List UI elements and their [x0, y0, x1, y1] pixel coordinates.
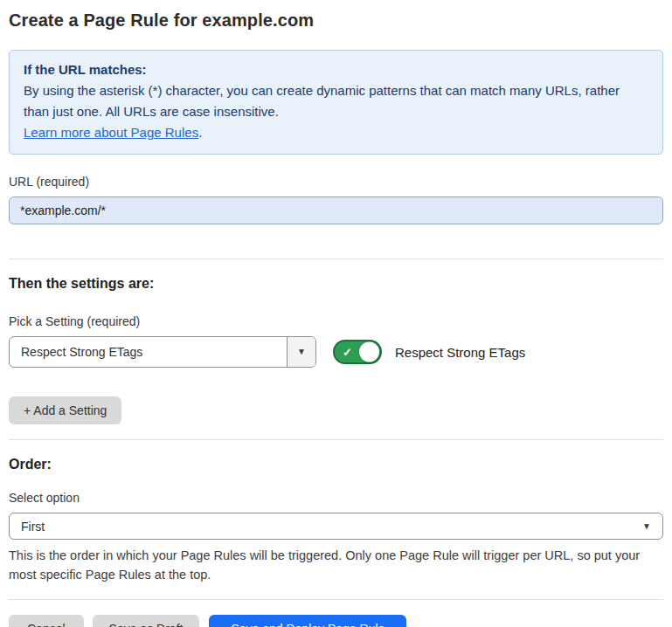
- setting-dropdown-arrow-button[interactable]: ▼: [287, 337, 315, 367]
- link-suffix: .: [198, 125, 202, 140]
- order-section-heading: Order:: [9, 457, 663, 472]
- setting-dropdown[interactable]: Respect Strong ETags ▼: [9, 336, 316, 368]
- url-input[interactable]: [9, 196, 663, 224]
- chevron-down-icon: ▼: [642, 522, 651, 531]
- footer-actions: Cancel Save as Draft Save and Deploy Pag…: [9, 615, 663, 627]
- order-help-text: This is the order in which your Page Rul…: [9, 546, 663, 584]
- check-icon: ✓: [343, 347, 352, 358]
- create-page-rule-panel: Create a Page Rule for example.com If th…: [0, 0, 672, 627]
- setting-dropdown-value: Respect Strong ETags: [10, 337, 287, 367]
- save-as-draft-button[interactable]: Save as Draft: [93, 615, 200, 627]
- etags-toggle[interactable]: ✓: [333, 340, 382, 364]
- settings-section-heading: Then the settings are:: [9, 276, 663, 292]
- pick-setting-label: Pick a Setting (required): [9, 314, 663, 328]
- toggle-label: Respect Strong ETags: [395, 345, 525, 360]
- page-title: Create a Page Rule for example.com: [9, 10, 663, 31]
- info-box-body-text: By using the asterisk (*) character, you…: [24, 83, 620, 119]
- add-setting-button[interactable]: + Add a Setting: [9, 396, 121, 424]
- save-and-deploy-button[interactable]: Save and Deploy Page Rule: [209, 615, 406, 627]
- learn-more-link[interactable]: Learn more about Page Rules: [24, 125, 198, 140]
- order-select-label: Select option: [9, 491, 663, 505]
- setting-row: Respect Strong ETags ▼ ✓ Respect Strong …: [9, 336, 663, 368]
- url-match-info-box: If the URL matches: By using the asteris…: [9, 50, 663, 155]
- section-divider: [9, 439, 663, 440]
- info-box-heading: If the URL matches:: [24, 59, 648, 80]
- footer-divider: [9, 599, 663, 600]
- toggle-knob: [359, 342, 379, 362]
- section-divider: [9, 258, 663, 259]
- info-box-body: By using the asterisk (*) character, you…: [24, 80, 648, 143]
- url-field-label: URL (required): [9, 175, 663, 189]
- order-select[interactable]: First ▼: [9, 513, 663, 540]
- cancel-button[interactable]: Cancel: [9, 615, 84, 627]
- chevron-down-icon: ▼: [297, 348, 306, 356]
- order-select-value: First: [21, 520, 45, 534]
